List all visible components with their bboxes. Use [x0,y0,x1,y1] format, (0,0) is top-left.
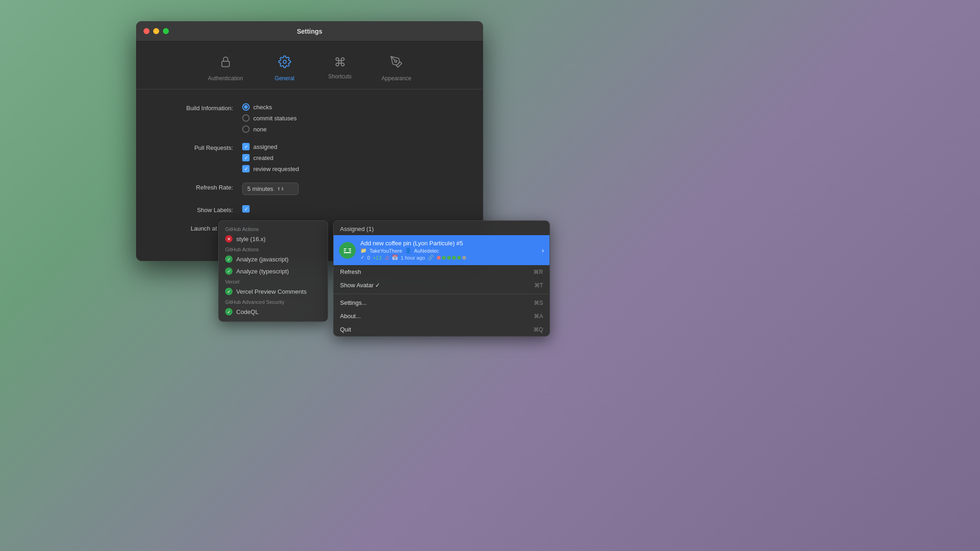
window-title: Settings [297,28,322,35]
menu-item-about-shortcut: ⌘A [534,313,543,320]
menu-item-show-avatar-shortcut: ⌘T [534,282,543,289]
show-labels-checkbox-box: ✓ [242,205,250,213]
pr-chevron-icon: › [542,247,544,254]
build-information-row: Build Information: checks commit statuse… [164,103,455,133]
radio-none-label: none [253,126,267,133]
menu-item-refresh-label: Refresh [340,268,361,275]
show-labels-checkbox[interactable]: ✓ [242,205,250,213]
pr-repo-icon: 📁 [360,248,367,254]
status-success-icon-js: ✓ [225,255,233,263]
pr-calendar-icon: 📅 [392,255,398,261]
pr-info: Add new coffee pin (Lyon Particule) #5 📁… [360,240,537,261]
radio-commit-statuses-dot [242,114,250,122]
popup-item-vercel[interactable]: ✓ Vercel Preview Comments [219,285,328,297]
pr-author: AuNedelec [414,248,439,254]
shortcuts-icon: ⌘ [334,55,346,70]
title-bar: Settings [136,21,483,41]
dot-3 [447,256,451,260]
checkbox-review-requested[interactable]: ✓ review requested [242,165,299,172]
pr-checks: 0 [367,255,370,261]
popup-item-vercel-label: Vercel Preview Comments [236,288,306,295]
status-fail-icon: ✕ [225,235,233,243]
tab-general-label: General [275,75,294,82]
status-success-icon-ts: ✓ [225,267,233,275]
radio-checks-dot [242,103,250,111]
menu-item-quit[interactable]: Quit ⌘Q [334,323,550,336]
checkbox-assigned-box: ✓ [242,143,250,150]
popup-item-style[interactable]: ✕ style (16.x) [219,233,328,245]
svg-point-1 [283,60,286,64]
checkbox-created-label: created [253,154,273,161]
pr-meta-bottom: ✓ 0 +13 -2 📅 1 hour ago 🔗 [360,255,537,261]
pr-avatar [339,242,356,259]
popup-item-analyze-js[interactable]: ✓ Analyze (javascript) [219,253,328,265]
minimize-button[interactable] [153,28,159,34]
radio-checks-label: checks [253,104,272,111]
tab-general[interactable]: General [257,51,312,89]
tab-appearance-label: Appearance [382,75,412,82]
pr-meta-top: 📁 TakeYouThere 👤 AuNedelec [360,248,537,254]
menu-item-settings[interactable]: Settings... ⌘S [334,296,550,309]
checkbox-assigned[interactable]: ✓ assigned [242,143,299,150]
dot-6 [462,256,466,260]
svg-rect-0 [221,61,229,67]
pr-title: Add new coffee pin (Lyon Particule) #5 [360,240,537,247]
dot-2 [442,256,446,260]
checkbox-created-box: ✓ [242,154,250,161]
popup-item-analyze-js-label: Analyze (javascript) [236,256,288,263]
close-button[interactable] [143,28,149,34]
checkbox-created[interactable]: ✓ created [242,154,299,161]
context-menu: Assigned (1) Add new coffee pin (Lyon Pa… [333,220,550,337]
context-divider-1 [334,294,550,294]
tab-authentication-label: Authentication [208,75,243,82]
menu-item-show-avatar[interactable]: Show Avatar ✓ ⌘T [334,278,550,292]
radio-none[interactable]: none [242,125,297,133]
menu-item-quit-shortcut: ⌘Q [533,326,543,333]
radio-checks[interactable]: checks [242,103,297,111]
maximize-button[interactable] [163,28,169,34]
dot-5 [457,256,461,260]
menu-item-about[interactable]: About... ⌘A [334,309,550,323]
radio-commit-statuses-label: commit statuses [253,115,297,122]
radio-none-dot [242,125,250,133]
tab-authentication[interactable]: Authentication [194,51,257,89]
menu-item-settings-label: Settings... [340,299,367,306]
pr-additions: +13 [373,255,382,261]
popup-section-advanced-security: GitHub Advanced Security [219,297,328,306]
menu-item-about-label: About... [340,313,361,320]
popup-section-github-actions-2: GitHub Actions [219,245,328,253]
pull-requests-controls: ✓ assigned ✓ created ✓ review requested [242,143,299,172]
svg-point-2 [395,60,397,63]
pr-commit-icon: 🔗 [428,255,434,261]
refresh-rate-row: Refresh Rate: 5 minutes ⬆⬇ [164,183,455,195]
github-actions-popup: GitHub Actions ✕ style (16.x) GitHub Act… [218,220,328,322]
popup-item-codeql[interactable]: ✓ CodeQL [219,306,328,318]
build-information-controls: checks commit statuses none [242,103,297,133]
select-arrows-icon: ⬆⬇ [277,186,284,191]
tab-shortcuts[interactable]: ⌘ Shortcuts [312,51,368,89]
show-labels-label: Show Labels: [164,205,242,213]
traffic-lights [143,28,169,34]
assigned-title: Assigned (1) [340,225,374,232]
popup-item-style-label: style (16.x) [236,236,266,243]
pr-dots [437,256,466,260]
refresh-rate-select[interactable]: 5 minutes ⬆⬇ [242,183,299,195]
popup-item-analyze-ts-label: Analyze (typescript) [236,268,289,275]
svg-rect-6 [344,252,351,253]
popup-item-analyze-ts[interactable]: ✓ Analyze (typescript) [219,265,328,277]
pr-card[interactable]: Add new coffee pin (Lyon Particule) #5 📁… [334,235,550,265]
checkbox-review-requested-label: review requested [253,166,299,172]
menu-item-settings-shortcut: ⌘S [534,300,543,306]
menu-item-refresh[interactable]: Refresh ⌘R [334,265,550,278]
refresh-rate-value: 5 minutes [247,185,273,192]
build-information-label: Build Information: [164,103,242,112]
show-labels-row: Show Labels: ✓ [164,205,455,213]
checkbox-review-requested-box: ✓ [242,165,250,172]
tab-appearance[interactable]: Appearance [368,51,425,89]
general-icon [278,55,291,71]
pr-deletions: -2 [384,255,389,261]
radio-commit-statuses[interactable]: commit statuses [242,114,297,122]
authentication-icon [219,55,232,71]
dot-4 [452,256,456,260]
pull-requests-label: Pull Requests: [164,143,242,151]
